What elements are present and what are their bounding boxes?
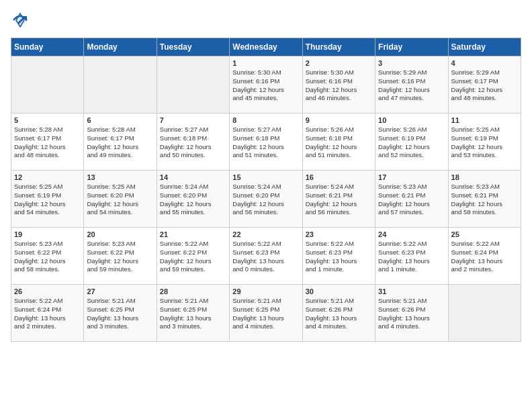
- calendar-cell: 5Sunrise: 5:28 AMSunset: 6:17 PMDaylight…: [11, 113, 84, 171]
- day-content: Sunrise: 5:28 AMSunset: 6:17 PMDaylight:…: [14, 126, 81, 160]
- calendar-cell: 14Sunrise: 5:24 AMSunset: 6:20 PMDayligh…: [157, 171, 229, 228]
- day-number: 15: [232, 173, 299, 181]
- weekday-header: Sunday: [11, 38, 84, 56]
- calendar-cell: 10Sunrise: 5:26 AMSunset: 6:19 PMDayligh…: [375, 113, 448, 171]
- day-content: Sunrise: 5:21 AMSunset: 6:25 PMDaylight:…: [160, 297, 226, 331]
- calendar-cell: 12Sunrise: 5:25 AMSunset: 6:19 PMDayligh…: [11, 171, 84, 228]
- day-number: 26: [14, 287, 81, 295]
- calendar-cell: 1Sunrise: 5:30 AMSunset: 6:16 PMDaylight…: [230, 56, 302, 113]
- day-number: 18: [451, 173, 518, 181]
- day-content: Sunrise: 5:23 AMSunset: 6:22 PMDaylight:…: [14, 240, 81, 274]
- calendar-body: 1Sunrise: 5:30 AMSunset: 6:16 PMDaylight…: [11, 56, 521, 342]
- calendar-cell: 27Sunrise: 5:21 AMSunset: 6:25 PMDayligh…: [84, 285, 157, 342]
- day-number: 11: [451, 116, 518, 124]
- calendar-cell: 7Sunrise: 5:27 AMSunset: 6:18 PMDaylight…: [157, 113, 229, 171]
- calendar-cell: 26Sunrise: 5:22 AMSunset: 6:24 PMDayligh…: [11, 285, 84, 342]
- day-number: 25: [451, 230, 518, 238]
- calendar-week-row: 12Sunrise: 5:25 AMSunset: 6:19 PMDayligh…: [11, 171, 521, 228]
- day-number: 1: [232, 59, 299, 67]
- calendar-week-row: 1Sunrise: 5:30 AMSunset: 6:16 PMDaylight…: [11, 56, 521, 113]
- day-content: Sunrise: 5:30 AMSunset: 6:16 PMDaylight:…: [232, 68, 299, 103]
- calendar-cell: 29Sunrise: 5:21 AMSunset: 6:25 PMDayligh…: [230, 285, 302, 342]
- day-number: 2: [306, 59, 372, 67]
- calendar-week-row: 19Sunrise: 5:23 AMSunset: 6:22 PMDayligh…: [11, 228, 521, 285]
- day-number: 10: [378, 116, 445, 124]
- calendar-cell: [84, 56, 157, 113]
- weekday-header: Wednesday: [230, 38, 302, 56]
- day-content: Sunrise: 5:21 AMSunset: 6:25 PMDaylight:…: [87, 297, 153, 331]
- calendar-cell: 22Sunrise: 5:22 AMSunset: 6:23 PMDayligh…: [230, 228, 302, 285]
- day-number: 20: [87, 230, 153, 238]
- calendar-cell: 6Sunrise: 5:28 AMSunset: 6:17 PMDaylight…: [84, 113, 157, 171]
- calendar-cell: 18Sunrise: 5:23 AMSunset: 6:21 PMDayligh…: [448, 171, 521, 228]
- day-content: Sunrise: 5:21 AMSunset: 6:26 PMDaylight:…: [378, 297, 445, 331]
- calendar-cell: 25Sunrise: 5:22 AMSunset: 6:24 PMDayligh…: [448, 228, 521, 285]
- day-number: 29: [232, 287, 299, 295]
- day-number: 4: [451, 59, 518, 67]
- day-number: 8: [232, 116, 299, 124]
- calendar-cell: 28Sunrise: 5:21 AMSunset: 6:25 PMDayligh…: [157, 285, 229, 342]
- calendar-cell: 13Sunrise: 5:25 AMSunset: 6:20 PMDayligh…: [84, 171, 157, 228]
- day-number: 13: [87, 173, 153, 181]
- day-content: Sunrise: 5:23 AMSunset: 6:21 PMDaylight:…: [378, 183, 445, 217]
- calendar-week-row: 5Sunrise: 5:28 AMSunset: 6:17 PMDaylight…: [11, 113, 521, 171]
- day-number: 14: [160, 173, 226, 181]
- day-content: Sunrise: 5:25 AMSunset: 6:19 PMDaylight:…: [451, 126, 518, 160]
- logo-icon: [11, 11, 30, 30]
- calendar-cell: 24Sunrise: 5:22 AMSunset: 6:23 PMDayligh…: [375, 228, 448, 285]
- day-content: Sunrise: 5:23 AMSunset: 6:21 PMDaylight:…: [451, 183, 518, 217]
- day-number: 27: [87, 287, 153, 295]
- day-number: 16: [306, 173, 372, 181]
- logo: [11, 11, 32, 30]
- day-content: Sunrise: 5:29 AMSunset: 6:17 PMDaylight:…: [451, 68, 518, 103]
- day-number: 22: [232, 230, 299, 238]
- day-number: 31: [378, 287, 445, 295]
- weekday-header: Monday: [84, 38, 157, 56]
- weekday-header: Thursday: [302, 38, 375, 56]
- calendar-cell: [448, 285, 521, 342]
- calendar-cell: 11Sunrise: 5:25 AMSunset: 6:19 PMDayligh…: [448, 113, 521, 171]
- calendar-week-row: 26Sunrise: 5:22 AMSunset: 6:24 PMDayligh…: [11, 285, 521, 342]
- day-content: Sunrise: 5:22 AMSunset: 6:24 PMDaylight:…: [451, 240, 518, 274]
- calendar-table: SundayMondayTuesdayWednesdayThursdayFrid…: [11, 38, 521, 342]
- day-content: Sunrise: 5:26 AMSunset: 6:19 PMDaylight:…: [378, 126, 445, 160]
- day-number: 17: [378, 173, 445, 181]
- day-number: 7: [160, 116, 226, 124]
- calendar-cell: 30Sunrise: 5:21 AMSunset: 6:26 PMDayligh…: [302, 285, 375, 342]
- day-content: Sunrise: 5:30 AMSunset: 6:16 PMDaylight:…: [306, 68, 372, 103]
- calendar-cell: 20Sunrise: 5:23 AMSunset: 6:22 PMDayligh…: [84, 228, 157, 285]
- calendar-cell: [11, 56, 84, 113]
- day-number: 24: [378, 230, 445, 238]
- calendar-header: SundayMondayTuesdayWednesdayThursdayFrid…: [11, 38, 521, 56]
- day-content: Sunrise: 5:27 AMSunset: 6:18 PMDaylight:…: [160, 126, 226, 160]
- day-content: Sunrise: 5:25 AMSunset: 6:19 PMDaylight:…: [14, 183, 81, 217]
- calendar-cell: 23Sunrise: 5:22 AMSunset: 6:23 PMDayligh…: [302, 228, 375, 285]
- day-content: Sunrise: 5:22 AMSunset: 6:22 PMDaylight:…: [160, 240, 226, 274]
- day-number: 30: [306, 287, 372, 295]
- day-number: 6: [87, 116, 153, 124]
- calendar-cell: 16Sunrise: 5:24 AMSunset: 6:21 PMDayligh…: [302, 171, 375, 228]
- day-content: Sunrise: 5:22 AMSunset: 6:23 PMDaylight:…: [378, 240, 445, 274]
- calendar-cell: 31Sunrise: 5:21 AMSunset: 6:26 PMDayligh…: [375, 285, 448, 342]
- calendar-cell: 8Sunrise: 5:27 AMSunset: 6:18 PMDaylight…: [230, 113, 302, 171]
- day-number: 12: [14, 173, 81, 181]
- page-header: [11, 11, 521, 30]
- calendar-cell: 19Sunrise: 5:23 AMSunset: 6:22 PMDayligh…: [11, 228, 84, 285]
- day-number: 3: [378, 59, 445, 67]
- day-content: Sunrise: 5:22 AMSunset: 6:24 PMDaylight:…: [14, 297, 81, 331]
- calendar-cell: 21Sunrise: 5:22 AMSunset: 6:22 PMDayligh…: [157, 228, 229, 285]
- day-number: 5: [14, 116, 81, 124]
- day-number: 28: [160, 287, 226, 295]
- day-content: Sunrise: 5:23 AMSunset: 6:22 PMDaylight:…: [87, 240, 153, 274]
- day-content: Sunrise: 5:22 AMSunset: 6:23 PMDaylight:…: [306, 240, 372, 274]
- day-content: Sunrise: 5:24 AMSunset: 6:21 PMDaylight:…: [306, 183, 372, 217]
- day-number: 23: [306, 230, 372, 238]
- day-content: Sunrise: 5:28 AMSunset: 6:17 PMDaylight:…: [87, 126, 153, 160]
- day-content: Sunrise: 5:24 AMSunset: 6:20 PMDaylight:…: [160, 183, 226, 217]
- day-content: Sunrise: 5:21 AMSunset: 6:26 PMDaylight:…: [306, 297, 372, 331]
- calendar-cell: 3Sunrise: 5:29 AMSunset: 6:16 PMDaylight…: [375, 56, 448, 113]
- day-content: Sunrise: 5:26 AMSunset: 6:18 PMDaylight:…: [306, 126, 372, 160]
- calendar-cell: [157, 56, 229, 113]
- weekday-header: Tuesday: [157, 38, 229, 56]
- calendar-cell: 4Sunrise: 5:29 AMSunset: 6:17 PMDaylight…: [448, 56, 521, 113]
